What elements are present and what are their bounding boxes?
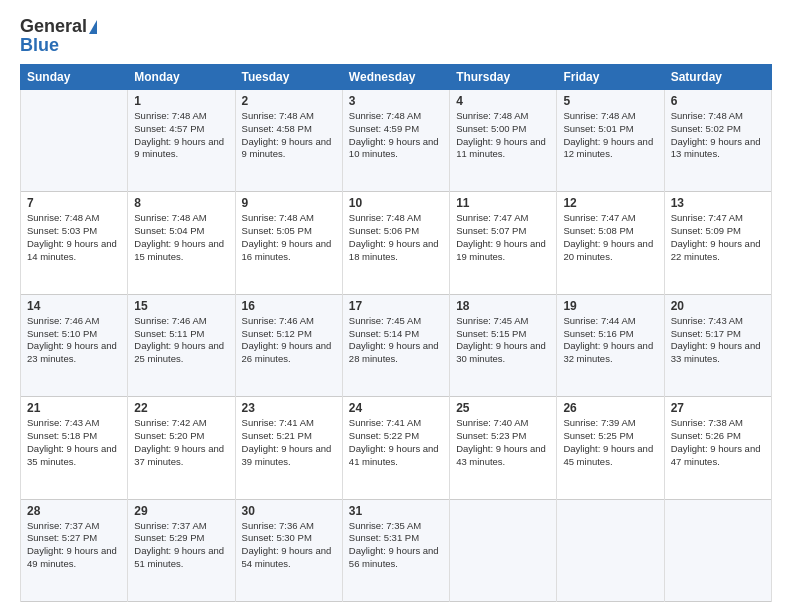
day-number: 12 <box>563 196 657 210</box>
calendar-cell: 10 Sunrise: 7:48 AMSunset: 5:06 PMDaylig… <box>342 192 449 294</box>
day-number: 16 <box>242 299 336 313</box>
day-detail: Sunrise: 7:48 AMSunset: 5:02 PMDaylight:… <box>671 110 761 159</box>
day-detail: Sunrise: 7:36 AMSunset: 5:30 PMDaylight:… <box>242 520 332 569</box>
day-number: 26 <box>563 401 657 415</box>
day-number: 3 <box>349 94 443 108</box>
logo-triangle-icon <box>89 20 97 34</box>
calendar-cell: 7 Sunrise: 7:48 AMSunset: 5:03 PMDayligh… <box>21 192 128 294</box>
day-detail: Sunrise: 7:44 AMSunset: 5:16 PMDaylight:… <box>563 315 653 364</box>
calendar-cell: 3 Sunrise: 7:48 AMSunset: 4:59 PMDayligh… <box>342 90 449 192</box>
day-detail: Sunrise: 7:45 AMSunset: 5:15 PMDaylight:… <box>456 315 546 364</box>
calendar-cell: 20 Sunrise: 7:43 AMSunset: 5:17 PMDaylig… <box>664 294 771 396</box>
logo-general-text: General <box>20 16 87 37</box>
header-friday: Friday <box>557 65 664 90</box>
day-number: 29 <box>134 504 228 518</box>
calendar-cell: 24 Sunrise: 7:41 AMSunset: 5:22 PMDaylig… <box>342 397 449 499</box>
week-row-2: 7 Sunrise: 7:48 AMSunset: 5:03 PMDayligh… <box>21 192 772 294</box>
calendar-cell <box>664 499 771 601</box>
day-number: 22 <box>134 401 228 415</box>
calendar-cell: 6 Sunrise: 7:48 AMSunset: 5:02 PMDayligh… <box>664 90 771 192</box>
header-sunday: Sunday <box>21 65 128 90</box>
day-detail: Sunrise: 7:48 AMSunset: 5:01 PMDaylight:… <box>563 110 653 159</box>
day-number: 9 <box>242 196 336 210</box>
day-detail: Sunrise: 7:40 AMSunset: 5:23 PMDaylight:… <box>456 417 546 466</box>
calendar-cell: 16 Sunrise: 7:46 AMSunset: 5:12 PMDaylig… <box>235 294 342 396</box>
day-number: 19 <box>563 299 657 313</box>
day-number: 7 <box>27 196 121 210</box>
day-detail: Sunrise: 7:48 AMSunset: 5:04 PMDaylight:… <box>134 212 224 261</box>
calendar-cell: 29 Sunrise: 7:37 AMSunset: 5:29 PMDaylig… <box>128 499 235 601</box>
calendar-cell: 12 Sunrise: 7:47 AMSunset: 5:08 PMDaylig… <box>557 192 664 294</box>
calendar-cell: 15 Sunrise: 7:46 AMSunset: 5:11 PMDaylig… <box>128 294 235 396</box>
day-detail: Sunrise: 7:47 AMSunset: 5:07 PMDaylight:… <box>456 212 546 261</box>
day-number: 2 <box>242 94 336 108</box>
calendar-cell: 22 Sunrise: 7:42 AMSunset: 5:20 PMDaylig… <box>128 397 235 499</box>
day-number: 25 <box>456 401 550 415</box>
day-detail: Sunrise: 7:48 AMSunset: 5:00 PMDaylight:… <box>456 110 546 159</box>
header-monday: Monday <box>128 65 235 90</box>
calendar-cell: 14 Sunrise: 7:46 AMSunset: 5:10 PMDaylig… <box>21 294 128 396</box>
day-detail: Sunrise: 7:48 AMSunset: 4:58 PMDaylight:… <box>242 110 332 159</box>
calendar-cell: 9 Sunrise: 7:48 AMSunset: 5:05 PMDayligh… <box>235 192 342 294</box>
day-number: 10 <box>349 196 443 210</box>
calendar-table: Sunday Monday Tuesday Wednesday Thursday… <box>20 64 772 602</box>
logo-blue-text: Blue <box>20 35 59 56</box>
day-detail: Sunrise: 7:42 AMSunset: 5:20 PMDaylight:… <box>134 417 224 466</box>
week-row-4: 21 Sunrise: 7:43 AMSunset: 5:18 PMDaylig… <box>21 397 772 499</box>
day-number: 15 <box>134 299 228 313</box>
day-detail: Sunrise: 7:48 AMSunset: 5:03 PMDaylight:… <box>27 212 117 261</box>
day-number: 4 <box>456 94 550 108</box>
logo: General Blue <box>20 16 97 56</box>
calendar-cell: 23 Sunrise: 7:41 AMSunset: 5:21 PMDaylig… <box>235 397 342 499</box>
calendar-cell: 18 Sunrise: 7:45 AMSunset: 5:15 PMDaylig… <box>450 294 557 396</box>
day-number: 30 <box>242 504 336 518</box>
calendar-cell: 13 Sunrise: 7:47 AMSunset: 5:09 PMDaylig… <box>664 192 771 294</box>
day-detail: Sunrise: 7:43 AMSunset: 5:17 PMDaylight:… <box>671 315 761 364</box>
day-detail: Sunrise: 7:41 AMSunset: 5:22 PMDaylight:… <box>349 417 439 466</box>
day-detail: Sunrise: 7:47 AMSunset: 5:09 PMDaylight:… <box>671 212 761 261</box>
calendar-cell: 5 Sunrise: 7:48 AMSunset: 5:01 PMDayligh… <box>557 90 664 192</box>
calendar-cell: 27 Sunrise: 7:38 AMSunset: 5:26 PMDaylig… <box>664 397 771 499</box>
day-detail: Sunrise: 7:43 AMSunset: 5:18 PMDaylight:… <box>27 417 117 466</box>
day-number: 24 <box>349 401 443 415</box>
day-number: 28 <box>27 504 121 518</box>
calendar-cell: 25 Sunrise: 7:40 AMSunset: 5:23 PMDaylig… <box>450 397 557 499</box>
week-row-3: 14 Sunrise: 7:46 AMSunset: 5:10 PMDaylig… <box>21 294 772 396</box>
calendar-cell: 26 Sunrise: 7:39 AMSunset: 5:25 PMDaylig… <box>557 397 664 499</box>
day-number: 13 <box>671 196 765 210</box>
day-detail: Sunrise: 7:48 AMSunset: 4:57 PMDaylight:… <box>134 110 224 159</box>
calendar-cell: 30 Sunrise: 7:36 AMSunset: 5:30 PMDaylig… <box>235 499 342 601</box>
day-detail: Sunrise: 7:37 AMSunset: 5:29 PMDaylight:… <box>134 520 224 569</box>
day-number: 6 <box>671 94 765 108</box>
header: General Blue <box>20 16 772 56</box>
day-number: 23 <box>242 401 336 415</box>
day-detail: Sunrise: 7:47 AMSunset: 5:08 PMDaylight:… <box>563 212 653 261</box>
day-number: 20 <box>671 299 765 313</box>
week-row-5: 28 Sunrise: 7:37 AMSunset: 5:27 PMDaylig… <box>21 499 772 601</box>
page: General Blue Sunday Monday Tuesday Wedne… <box>0 0 792 612</box>
day-detail: Sunrise: 7:46 AMSunset: 5:10 PMDaylight:… <box>27 315 117 364</box>
calendar-cell <box>450 499 557 601</box>
day-detail: Sunrise: 7:48 AMSunset: 5:06 PMDaylight:… <box>349 212 439 261</box>
day-number: 11 <box>456 196 550 210</box>
day-number: 5 <box>563 94 657 108</box>
day-number: 1 <box>134 94 228 108</box>
day-detail: Sunrise: 7:48 AMSunset: 5:05 PMDaylight:… <box>242 212 332 261</box>
calendar-cell: 19 Sunrise: 7:44 AMSunset: 5:16 PMDaylig… <box>557 294 664 396</box>
day-detail: Sunrise: 7:41 AMSunset: 5:21 PMDaylight:… <box>242 417 332 466</box>
header-wednesday: Wednesday <box>342 65 449 90</box>
day-detail: Sunrise: 7:38 AMSunset: 5:26 PMDaylight:… <box>671 417 761 466</box>
calendar-cell: 17 Sunrise: 7:45 AMSunset: 5:14 PMDaylig… <box>342 294 449 396</box>
header-thursday: Thursday <box>450 65 557 90</box>
calendar-cell: 11 Sunrise: 7:47 AMSunset: 5:07 PMDaylig… <box>450 192 557 294</box>
day-number: 8 <box>134 196 228 210</box>
header-saturday: Saturday <box>664 65 771 90</box>
calendar-cell: 31 Sunrise: 7:35 AMSunset: 5:31 PMDaylig… <box>342 499 449 601</box>
calendar-cell: 1 Sunrise: 7:48 AMSunset: 4:57 PMDayligh… <box>128 90 235 192</box>
calendar-cell: 4 Sunrise: 7:48 AMSunset: 5:00 PMDayligh… <box>450 90 557 192</box>
day-number: 17 <box>349 299 443 313</box>
header-tuesday: Tuesday <box>235 65 342 90</box>
day-detail: Sunrise: 7:46 AMSunset: 5:11 PMDaylight:… <box>134 315 224 364</box>
day-detail: Sunrise: 7:45 AMSunset: 5:14 PMDaylight:… <box>349 315 439 364</box>
day-number: 14 <box>27 299 121 313</box>
